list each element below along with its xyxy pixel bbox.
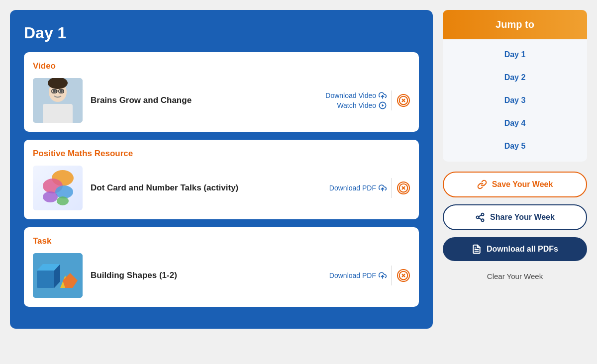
maths-thumbnail [33,166,83,210]
person-image [33,78,83,123]
jump-to-header: Jump to [443,10,587,39]
download-video-link[interactable]: Download Video [325,91,387,99]
maths-actions: Download PDF [329,178,410,198]
svg-line-37 [479,218,482,219]
divider-2 [392,178,392,198]
day-link-2[interactable]: Day 2 [443,66,587,89]
svg-point-17 [55,185,73,198]
close-circle-icon-2 [398,183,408,193]
video-actions: Download Video Watch Video [325,91,410,110]
main-panel: Day 1 Video [10,10,433,329]
svg-point-19 [57,196,69,205]
watch-video-link[interactable]: Watch Video [337,101,387,109]
download-task-pdf-label: Download PDF [329,272,376,279]
maths-resource-title: Dot Card and Number Talks (activity) [91,183,321,193]
task-action-links: Download PDF [329,272,387,279]
maths-section-label: Positive Maths Resource [33,149,410,159]
task-thumbnail [33,253,83,298]
maths-action-links: Download PDF [329,184,387,192]
play-icon [379,101,387,109]
watch-video-label: Watch Video [337,101,376,109]
svg-marker-11 [382,104,384,106]
download-pdf-icon [472,244,482,254]
svg-point-3 [53,90,56,92]
download-video-label: Download Video [325,91,376,99]
share-icon [475,212,485,222]
divider-1 [392,91,392,110]
clear-week-label: Clear Your Week [487,272,543,280]
download-maths-pdf-link[interactable]: Download PDF [329,184,387,192]
save-week-label: Save Your Week [492,180,553,189]
video-section-label: Video [33,61,410,71]
task-section-card: Task Building Sha [24,227,419,307]
maths-resource-row: Dot Card and Number Talks (activity) Dow… [33,166,410,210]
remove-task-button[interactable] [397,269,410,282]
day-link-5[interactable]: Day 5 [443,135,587,158]
save-week-button[interactable]: Save Your Week [443,172,587,197]
day-links-container: Day 1 Day 2 Day 3 Day 4 Day 5 [443,39,587,162]
svg-point-18 [43,191,58,202]
task-resource-row: Building Shapes (1-2) Download PDF [33,253,410,298]
svg-point-4 [60,90,63,92]
video-resource-title: Brains Grow and Change [91,95,317,105]
day-link-1[interactable]: Day 1 [443,43,587,66]
sidebar: Jump to Day 1 Day 2 Day 3 Day 4 Day 5 Sa… [443,10,587,329]
day-title: Day 1 [24,24,419,42]
svg-line-38 [479,215,482,216]
day-link-3[interactable]: Day 3 [443,89,587,112]
download-all-pdfs-label: Download all PDFs [487,245,558,254]
remove-maths-button[interactable] [397,182,410,194]
day-link-4[interactable]: Day 4 [443,112,587,135]
svg-rect-2 [43,104,73,123]
video-resource-row: Brains Grow and Change Download Video [33,78,410,123]
download-all-pdfs-button[interactable]: Download all PDFs [443,237,587,261]
download-maths-icon [379,184,387,192]
video-thumbnail [33,78,83,123]
page-container: Day 1 Video [10,10,587,329]
clear-week-link[interactable]: Clear Your Week [443,268,587,284]
link-icon [477,180,487,189]
upload-icon [379,91,387,99]
chat-bubbles-image [33,166,83,210]
share-week-label: Share Your Week [490,213,555,222]
task-actions: Download PDF [329,266,410,285]
download-task-pdf-link[interactable]: Download PDF [329,272,387,279]
svg-rect-25 [37,271,54,288]
close-circle-icon-3 [398,271,408,280]
remove-video-button[interactable] [397,94,410,107]
divider-3 [392,266,392,285]
download-maths-pdf-label: Download PDF [329,184,376,192]
video-action-links: Download Video Watch Video [325,91,387,109]
task-section-label: Task [33,236,410,246]
jump-to-label: Jump to [496,19,534,30]
close-circle-icon [398,95,408,105]
maths-section-card: Positive Maths Resource Dot Card [24,140,419,219]
task-resource-title: Building Shapes (1-2) [91,271,321,280]
video-section-card: Video [24,52,419,132]
share-week-button[interactable]: Share Your Week [443,204,587,230]
download-task-icon [379,272,387,279]
